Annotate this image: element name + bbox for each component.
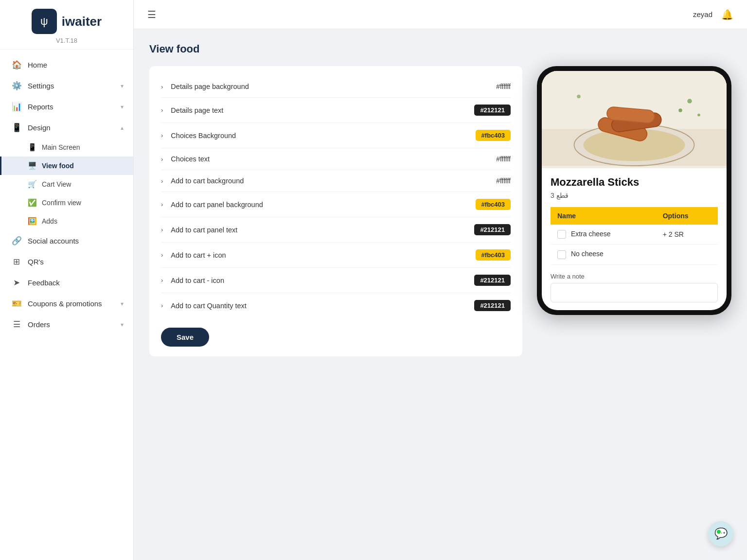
note-input[interactable]	[551, 283, 718, 302]
sidebar-item-adds[interactable]: 🖼️ Adds	[0, 212, 133, 230]
sidebar-item-social-accounts[interactable]: 🔗 Social accounts	[0, 230, 133, 251]
options-table: Name Options Extra cheese	[551, 207, 718, 265]
design-icon: 📱	[11, 122, 22, 133]
phone-screen: Mozzarella Sticks 3 قطع Name Options	[542, 71, 727, 310]
orders-icon: ☰	[11, 319, 22, 330]
svg-point-12	[697, 114, 700, 117]
col-name-header: Name	[551, 207, 656, 225]
chevron-icon: ›	[161, 156, 163, 163]
header: ☰ zeyad 🔔	[134, 0, 747, 29]
chevron-icon: ›	[161, 132, 163, 139]
logo-icon: ψ	[32, 9, 57, 34]
setting-row-2[interactable]: › Choices Background #fbc403	[161, 123, 511, 148]
food-image	[542, 71, 727, 168]
sidebar-item-qrs[interactable]: ⊞ QR's	[0, 251, 133, 272]
cart-view-icon: 🛒	[28, 180, 37, 189]
sidebar-item-home[interactable]: 🏠 Home	[0, 54, 133, 75]
svg-point-10	[687, 99, 692, 104]
option-checkbox-0[interactable]	[557, 230, 566, 239]
chevron-icon: ›	[161, 277, 163, 284]
svg-point-13	[577, 95, 581, 99]
note-label: Write a note	[551, 273, 718, 280]
sidebar-brand: ψ iwaiter V1.T.18	[0, 0, 133, 50]
sidebar-logo: ψ iwaiter	[32, 9, 102, 34]
option-name-0: Extra cheese	[551, 225, 656, 245]
setting-row-1[interactable]: › Details page text #212121	[161, 98, 511, 123]
table-header-row: Name Options	[551, 207, 718, 225]
note-section: Write a note	[551, 273, 718, 302]
chevron-down-icon: ▾	[121, 104, 124, 110]
phone-mockup: Mozzarella Sticks 3 قطع Name Options	[537, 66, 731, 315]
col-options-header: Options	[656, 207, 718, 225]
setting-row-0[interactable]: › Details page background #ffffff	[161, 76, 511, 98]
chevron-icon: ›	[161, 177, 163, 185]
setting-row-9[interactable]: › Add to cart Quantity text #212121	[161, 293, 511, 318]
chat-bubble[interactable]: 💬	[708, 521, 733, 546]
chevron-icon: ›	[161, 201, 163, 208]
sidebar-version: V1.T.18	[56, 37, 77, 44]
chevron-down-icon: ▾	[121, 83, 124, 89]
sidebar-item-design[interactable]: 📱 Design ▴	[0, 117, 133, 138]
setting-row-6[interactable]: › Add to cart panel text #212121	[161, 217, 511, 243]
food-subtitle-label: 3 قطع	[551, 192, 718, 199]
color-badge-7: #fbc403	[476, 249, 511, 261]
option-row-0: Extra cheese + 2 SR	[551, 225, 718, 245]
view-food-icon: 🖥️	[28, 161, 37, 170]
sidebar-item-confirm-view[interactable]: ✅ Confirm view	[0, 193, 133, 212]
option-checkbox-1[interactable]	[557, 250, 566, 259]
main-area: ☰ zeyad 🔔 View food › Details page backg…	[134, 0, 747, 560]
setting-row-8[interactable]: › Add to cart - icon #212121	[161, 268, 511, 293]
setting-row-5[interactable]: › Add to cart panel background #fbc403	[161, 192, 511, 217]
feedback-icon: ➤	[11, 278, 22, 288]
sidebar-nav: 🏠 Home ⚙️ Settings ▾ 📊 Reports ▾ 📱 Desig…	[0, 50, 133, 560]
sidebar-item-main-screen[interactable]: 📱 Main Screen	[0, 138, 133, 157]
sidebar-item-coupons[interactable]: 🎫 Coupons & promotions ▾	[0, 293, 133, 314]
main-screen-icon: 📱	[28, 143, 37, 152]
option-row-1: No cheese	[551, 245, 718, 264]
qr-icon: ⊞	[11, 257, 22, 267]
chevron-icon: ›	[161, 83, 163, 90]
content-wrapper: › Details page background #ffffff › Deta…	[149, 66, 731, 356]
svg-point-11	[678, 108, 682, 112]
color-value-4: #ffffff	[496, 177, 511, 185]
confirm-view-icon: ✅	[28, 198, 37, 207]
color-badge-5: #fbc403	[476, 199, 511, 210]
color-badge-2: #fbc403	[476, 130, 511, 141]
home-icon: 🏠	[11, 60, 22, 70]
color-badge-1: #212121	[474, 105, 511, 116]
username-label: zeyad	[693, 10, 712, 18]
chevron-icon: ›	[161, 106, 163, 114]
option-price-1	[656, 245, 718, 264]
reports-icon: 📊	[11, 102, 22, 112]
sidebar: ψ iwaiter V1.T.18 🏠 Home ⚙️ Settings ▾ 📊…	[0, 0, 134, 560]
setting-row-7[interactable]: › Add to cart + icon #fbc403	[161, 243, 511, 268]
color-value-0: #ffffff	[496, 83, 511, 90]
sidebar-item-view-food[interactable]: 🖥️ View food	[0, 157, 133, 175]
chevron-down-icon: ▾	[121, 321, 124, 328]
sidebar-item-cart-view[interactable]: 🛒 Cart View	[0, 175, 133, 193]
chevron-up-icon: ▴	[121, 124, 124, 131]
sidebar-item-orders[interactable]: ☰ Orders ▾	[0, 314, 133, 335]
coupons-icon: 🎫	[11, 298, 22, 309]
header-right: zeyad 🔔	[693, 9, 733, 20]
phone-body: Mozzarella Sticks 3 قطع Name Options	[542, 168, 727, 310]
bell-icon[interactable]: 🔔	[721, 9, 733, 20]
page-title: View food	[149, 43, 731, 55]
chevron-down-icon: ▾	[121, 300, 124, 307]
option-price-0: + 2 SR	[656, 225, 718, 245]
sidebar-item-settings[interactable]: ⚙️ Settings ▾	[0, 75, 133, 96]
chevron-icon: ›	[161, 302, 163, 309]
color-badge-9: #212121	[474, 300, 511, 311]
header-left: ☰	[147, 9, 156, 20]
setting-row-3[interactable]: › Choices text #ffffff	[161, 148, 511, 170]
sidebar-item-reports[interactable]: 📊 Reports ▾	[0, 96, 133, 117]
settings-icon: ⚙️	[11, 81, 22, 91]
adds-icon: 🖼️	[28, 217, 37, 226]
hamburger-icon[interactable]: ☰	[147, 9, 156, 20]
settings-panel: › Details page background #ffffff › Deta…	[149, 66, 522, 356]
save-button[interactable]: Save	[161, 328, 209, 347]
sidebar-item-feedback[interactable]: ➤ Feedback	[0, 272, 133, 293]
color-badge-8: #212121	[474, 275, 511, 286]
setting-row-4[interactable]: › Add to cart background #ffffff	[161, 170, 511, 192]
logo-text: iwaiter	[62, 14, 102, 29]
